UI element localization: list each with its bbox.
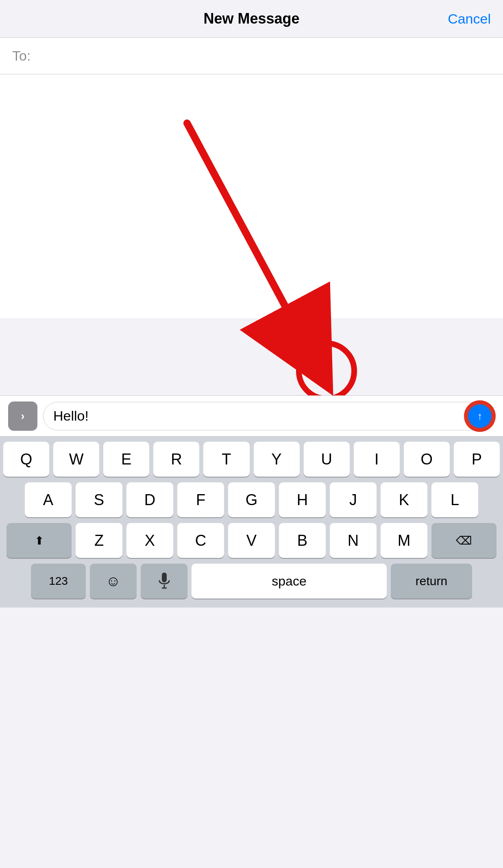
keyboard: Q W E R T Y U I O P A S D F G H J K L ⬆ … <box>0 436 503 608</box>
key-t[interactable]: T <box>203 442 249 477</box>
svg-rect-3 <box>162 573 167 582</box>
to-label: To: <box>12 48 30 64</box>
space-key[interactable]: space <box>192 564 387 599</box>
key-r[interactable]: R <box>153 442 199 477</box>
key-m[interactable]: M <box>381 523 427 558</box>
input-bar: › ↑ <box>0 395 503 436</box>
to-input[interactable] <box>35 48 491 64</box>
emoji-key[interactable]: ☺ <box>90 564 137 599</box>
key-q[interactable]: Q <box>3 442 49 477</box>
send-button[interactable]: ↑ <box>468 404 492 428</box>
to-field: To: <box>0 38 503 74</box>
expand-icon: › <box>21 410 24 423</box>
expand-button[interactable]: › <box>8 401 37 431</box>
svg-point-2 <box>299 343 354 395</box>
key-b[interactable]: B <box>279 523 326 558</box>
key-c[interactable]: C <box>177 523 224 558</box>
numbers-key[interactable]: 123 <box>31 564 86 599</box>
page-title: New Message <box>203 10 299 27</box>
key-l[interactable]: L <box>431 482 478 517</box>
header: New Message Cancel <box>0 0 503 38</box>
key-v[interactable]: V <box>228 523 275 558</box>
return-key[interactable]: return <box>391 564 472 599</box>
mic-key[interactable] <box>141 564 187 599</box>
message-body <box>0 74 503 318</box>
key-n[interactable]: N <box>330 523 377 558</box>
key-d[interactable]: D <box>126 482 173 517</box>
key-s[interactable]: S <box>76 482 122 517</box>
key-f[interactable]: F <box>177 482 224 517</box>
message-input-wrapper: ↑ <box>43 402 495 430</box>
key-z[interactable]: Z <box>76 523 122 558</box>
key-w[interactable]: W <box>53 442 99 477</box>
key-u[interactable]: U <box>304 442 350 477</box>
delete-key[interactable]: ⌫ <box>431 523 496 558</box>
key-p[interactable]: P <box>454 442 500 477</box>
key-j[interactable]: J <box>330 482 377 517</box>
cancel-button[interactable]: Cancel <box>448 11 491 27</box>
key-a[interactable]: A <box>25 482 72 517</box>
shift-key[interactable]: ⬆ <box>7 523 72 558</box>
key-g[interactable]: G <box>228 482 275 517</box>
keyboard-row-3: ⬆ Z X C V B N M ⌫ <box>3 523 500 558</box>
key-e[interactable]: E <box>103 442 149 477</box>
key-i[interactable]: I <box>354 442 400 477</box>
send-icon: ↑ <box>477 411 483 421</box>
key-o[interactable]: O <box>404 442 450 477</box>
message-input[interactable] <box>43 402 495 430</box>
key-h[interactable]: H <box>279 482 326 517</box>
key-k[interactable]: K <box>381 482 427 517</box>
keyboard-row-1: Q W E R T Y U I O P <box>3 442 500 477</box>
keyboard-row-2: A S D F G H J K L <box>3 482 500 517</box>
key-y[interactable]: Y <box>254 442 300 477</box>
keyboard-row-bottom: 123 ☺ space return <box>3 564 500 599</box>
key-x[interactable]: X <box>126 523 173 558</box>
